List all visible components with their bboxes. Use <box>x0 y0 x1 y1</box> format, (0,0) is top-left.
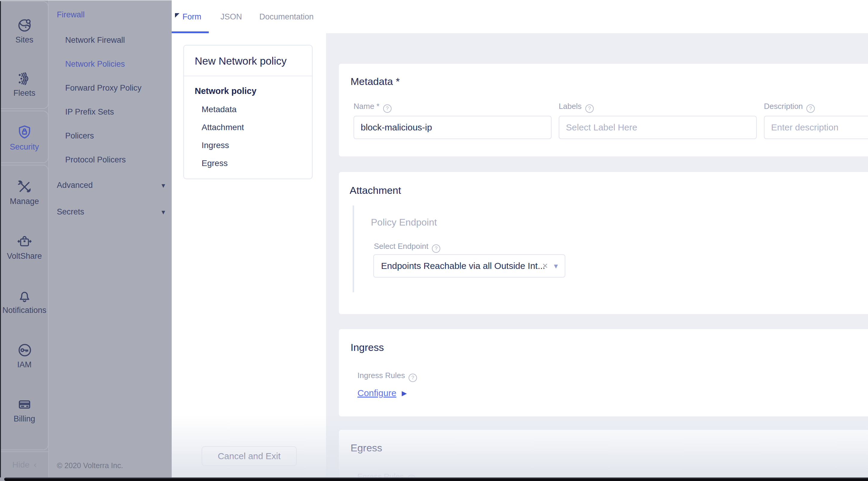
chevron-left-icon: ‹ <box>34 460 36 470</box>
wizard-title: New Network policy <box>195 55 286 67</box>
rail-item-notifications[interactable]: Notifications <box>0 288 49 315</box>
attachment-section-title: Attachment <box>350 185 401 196</box>
labels-field[interactable] <box>559 116 757 139</box>
rail-item-label: Sites <box>0 35 49 44</box>
wizard-nav-heading[interactable]: Network policy <box>195 86 256 96</box>
rail-item-label: Manage <box>0 197 49 206</box>
description-field-label: Description? <box>764 102 815 113</box>
sidebar-group-advanced[interactable]: Advanced <box>57 181 93 190</box>
bell-icon <box>0 288 49 304</box>
rail-item-label: Notifications <box>0 306 49 315</box>
window-left-edge <box>0 1 1 477</box>
tab-json[interactable]: JSON <box>220 12 242 22</box>
firewall-sidebar: Firewall Network Firewall Network Polici… <box>49 0 172 481</box>
rail-item-voltshare[interactable]: VoltShare <box>0 234 49 261</box>
firewall-collapse-caret-icon[interactable] <box>175 13 180 18</box>
configure-arrow-icon[interactable]: ▶ <box>402 389 407 397</box>
help-icon[interactable]: ? <box>585 104 594 113</box>
sidebar-item-protocol-policers[interactable]: Protocol Policers <box>65 155 126 164</box>
select-endpoint-label: Select Endpoint? <box>374 242 440 253</box>
clear-selection-icon[interactable]: × <box>542 260 548 271</box>
configure-ingress-link[interactable]: Configure <box>358 388 396 398</box>
rail-item-security[interactable]: Security <box>0 124 49 152</box>
tab-documentation[interactable]: Documentation <box>259 12 314 22</box>
icon-rail: Sites Fleets Security <box>0 0 49 481</box>
rail-item-label: IAM <box>0 360 49 369</box>
key-icon <box>0 342 49 358</box>
fleets-icon <box>0 70 49 87</box>
dropdown-caret-icon[interactable]: ▾ <box>554 262 558 271</box>
rail-item-manage[interactable]: Manage <box>0 179 49 206</box>
sites-icon <box>0 17 49 33</box>
egress-section: Egress Egress Rules? <box>339 430 868 481</box>
copyright-text: © 2020 Volterra Inc. <box>57 461 123 470</box>
wizard-card: New Network policy Network policy Metada… <box>183 45 313 179</box>
sidebar-item-network-policies[interactable]: Network Policies <box>65 60 125 69</box>
sidebar-group-secrets[interactable]: Secrets <box>57 207 84 217</box>
rail-item-sites[interactable]: Sites <box>0 17 49 44</box>
rail-item-iam[interactable]: IAM <box>0 342 49 369</box>
metadata-section-title: Metadata * <box>350 76 400 87</box>
help-icon[interactable]: ? <box>383 104 392 113</box>
help-icon[interactable]: ? <box>806 104 815 113</box>
name-field[interactable] <box>353 116 552 139</box>
rail-item-label: VoltShare <box>0 251 49 261</box>
tab-bar: Form JSON Documentation <box>172 0 868 33</box>
policy-endpoint-heading: Policy Endpoint <box>371 217 437 228</box>
wizard-nav-metadata[interactable]: Metadata <box>202 105 237 114</box>
sidebar-item-forward-proxy-policy[interactable]: Forward Proxy Policy <box>65 84 142 93</box>
ingress-section-title: Ingress <box>350 341 384 353</box>
rail-item-billing[interactable]: Billing <box>0 396 49 424</box>
wizard-nav-ingress[interactable]: Ingress <box>202 141 229 150</box>
sidebar-item-policers[interactable]: Policers <box>65 131 94 141</box>
name-field-label: Name *? <box>353 102 392 113</box>
help-icon[interactable]: ? <box>409 373 417 382</box>
sidebar-collapse-control[interactable]: Hide ‹ <box>0 451 49 477</box>
voltshare-icon <box>0 234 49 250</box>
help-icon[interactable]: ? <box>432 244 440 253</box>
rail-item-label: Fleets <box>0 89 49 98</box>
ingress-rules-label: Ingress Rules? <box>358 371 417 382</box>
rail-item-label: Security <box>0 142 49 152</box>
endpoint-select-value: Endpoints Reachable via all Outside Int.… <box>381 261 545 271</box>
credit-card-icon <box>0 396 49 413</box>
tools-icon <box>0 179 49 195</box>
window-bottom-edge <box>4 477 868 481</box>
rail-item-fleets[interactable]: Fleets <box>0 70 49 98</box>
tab-form[interactable]: Form <box>182 12 201 22</box>
endpoint-select[interactable]: Endpoints Reachable via all Outside Int.… <box>373 254 565 278</box>
divider <box>184 76 312 76</box>
wizard-nav-attachment[interactable]: Attachment <box>202 123 244 132</box>
chevron-down-icon[interactable]: ▾ <box>161 181 165 190</box>
cancel-and-exit-button[interactable]: Cancel and Exit <box>202 446 297 466</box>
egress-section-title: Egress <box>350 442 382 454</box>
sidebar-item-network-firewall[interactable]: Network Firewall <box>65 36 125 45</box>
subsection-accent-line <box>353 206 354 292</box>
attachment-section: Attachment Policy Endpoint Select Endpoi… <box>339 172 868 314</box>
labels-field-label: Labels? <box>559 102 594 113</box>
chevron-down-icon[interactable]: ▾ <box>161 208 165 216</box>
shield-lock-icon <box>0 124 49 141</box>
ingress-section: Ingress Ingress Rules? Configure ▶ <box>339 329 868 416</box>
sidebar-group-firewall[interactable]: Firewall <box>57 10 85 20</box>
sidebar-item-ip-prefix-sets[interactable]: IP Prefix Sets <box>65 108 114 117</box>
description-field[interactable] <box>764 116 868 139</box>
dim-overlay-edge <box>0 0 172 1</box>
metadata-section: Metadata * Name *? Labels? Description? <box>339 64 868 156</box>
wizard-nav-egress[interactable]: Egress <box>202 158 228 168</box>
hide-label: Hide <box>12 460 30 470</box>
rail-item-label: Billing <box>0 414 49 424</box>
